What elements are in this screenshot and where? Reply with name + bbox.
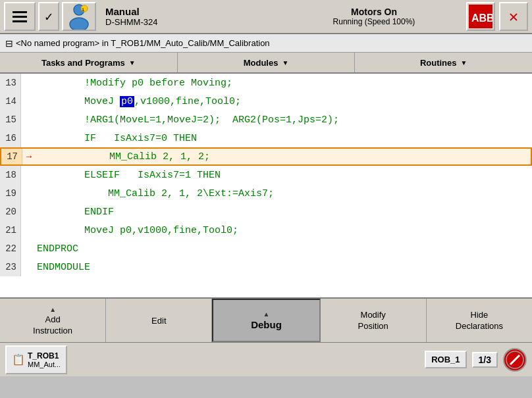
code-area: 13 !Modify p0 before Moving; 14 MoveJ p0… (0, 74, 532, 297)
svg-text:ABB: ABB (471, 12, 492, 24)
running-status: Running (Speed 100%) (333, 17, 415, 26)
code-content-23: ENDMODULE (34, 262, 90, 273)
code-line-18[interactable]: 18 ELSEIF IsAxis7=1 THEN (0, 166, 532, 184)
code-line-20[interactable]: 20 ENDIF (0, 203, 532, 221)
code-line-19[interactable]: 19 MM_Calib 2, 1, 2\Ext:=Axis7; (0, 184, 532, 203)
code-content-13: !Modify p0 before Moving; (34, 78, 232, 89)
code-content-19: MM_Calib 2, 1, 2\Ext:=Axis7; (34, 188, 274, 199)
debug-button[interactable]: ▲ Debug (212, 299, 320, 342)
line-number-17: 17 (1, 149, 22, 164)
task-sub: MM_Aut... (28, 361, 61, 368)
mode-label: Manual (105, 6, 140, 17)
fraction-badge: 1/3 (472, 352, 498, 368)
add-instruction-arrow: ▲ (49, 306, 56, 313)
code-content-22: ENDPROC (34, 243, 78, 255)
debug-arrow: ▲ (263, 311, 270, 318)
code-content-21: MoveJ p0,v1000,fine,Tool0; (34, 225, 238, 236)
code-content-15: !ARG1(MoveL=1,MoveJ=2); ARG2(Pos=1,Jps=2… (34, 114, 339, 126)
nav-tasks-programs[interactable]: Tasks and Programs ▼ (0, 53, 178, 72)
line-number-16: 16 (0, 129, 21, 147)
code-content-20: ENDIF (34, 207, 114, 218)
code-content-14: MoveJ p0,v1000,fine,Tool0; (34, 96, 241, 107)
svg-point-1 (70, 18, 88, 30)
code-line-13[interactable]: 13 !Modify p0 before Moving; (0, 74, 532, 92)
code-line-23[interactable]: 23 ENDMODULE (0, 258, 532, 276)
code-line-15[interactable]: 15 !ARG1(MoveL=1,MoveJ=2); ARG2(Pos=1,Jp… (0, 111, 532, 129)
menu-button[interactable] (4, 2, 36, 31)
code-line-16[interactable]: 16 IF IsAxis7=0 THEN (0, 129, 532, 147)
code-line-21[interactable]: 21 MoveJ p0,v1000,fine,Tool0; (0, 221, 532, 239)
add-instruction-label2: Instruction (33, 326, 72, 336)
status-right: ROB_1 1/3 (425, 348, 527, 372)
code-line-17[interactable]: 17 → MM_Calib 2, 1, 2; (0, 147, 532, 166)
hide-declarations-label2: Declarations (456, 321, 503, 331)
add-instruction-label1: Add (45, 314, 61, 324)
line-number-14: 14 (0, 92, 21, 111)
task-button[interactable]: 📋 T_ROB1 MM_Aut... (5, 345, 67, 374)
nav-tasks-arrow: ▼ (129, 59, 136, 66)
nav-routines[interactable]: Routines ▼ (355, 53, 532, 72)
edit-button[interactable]: Edit (106, 299, 212, 342)
title-bar: ✓ i Manual D-SHMM-324 Motors On Running … (0, 0, 532, 34)
modify-position-label1: Modify (361, 310, 386, 320)
nav-bar: Tasks and Programs ▼ Modules ▼ Routines … (0, 53, 532, 74)
task-name: T_ROB1 (28, 351, 61, 361)
motors-status: Motors On (351, 7, 397, 17)
code-content-18: ELSEIF IsAxis7=1 THEN (34, 170, 221, 181)
add-instruction-button[interactable]: ▲ Add Instruction (0, 299, 106, 342)
line-number-21: 21 (0, 221, 21, 239)
nav-modules-label: Modules (244, 58, 279, 68)
abb-logo: ABB (466, 2, 495, 31)
breadcrumb-icon: ⊟ (5, 38, 13, 49)
breadcrumb-text: <No named program> in T_ROB1/MM_Auto_Cal… (16, 38, 270, 48)
rob-label: ROB_1 (425, 351, 466, 368)
line-number-20: 20 (0, 203, 21, 221)
hide-declarations-label1: Hide (471, 310, 489, 320)
p0-highlight: p0 (120, 96, 134, 107)
nav-modules[interactable]: Modules ▼ (178, 53, 356, 72)
line-number-22: 22 (0, 239, 21, 258)
nav-tasks-label: Tasks and Programs (41, 58, 125, 68)
edit-label: Edit (151, 316, 166, 326)
svg-text:i: i (82, 7, 84, 12)
close-button[interactable]: ✕ (499, 2, 528, 31)
code-line-22[interactable]: 22 ENDPROC (0, 239, 532, 258)
fraction-value: 1/3 (479, 355, 491, 365)
breadcrumb: ⊟ <No named program> in T_ROB1/MM_Auto_C… (0, 34, 532, 53)
status-bar: 📋 T_ROB1 MM_Aut... ROB_1 1/3 (0, 342, 532, 376)
modify-position-button[interactable]: Modify Position (321, 299, 427, 342)
nav-modules-arrow: ▼ (282, 59, 288, 66)
line-number-13: 13 (0, 74, 21, 92)
hide-declarations-button[interactable]: Hide Declarations (427, 299, 532, 342)
debug-label: Debug (251, 319, 282, 330)
code-content-16: IF IsAxis7=0 THEN (34, 133, 197, 144)
line-number-23: 23 (0, 258, 21, 276)
line-number-18: 18 (0, 166, 21, 184)
line-number-15: 15 (0, 111, 21, 129)
modify-position-label2: Position (358, 321, 388, 331)
device-label: D-SHMM-324 (105, 17, 157, 27)
bottom-toolbar: ▲ Add Instruction Edit ▲ Debug Modify Po… (0, 297, 532, 342)
task-icon: 📋 (12, 353, 25, 366)
code-line-14[interactable]: 14 MoveJ p0,v1000,fine,Tool0; (0, 92, 532, 111)
status-circle (503, 348, 527, 372)
line-number-19: 19 (0, 184, 21, 203)
nav-routines-arrow: ▼ (461, 59, 467, 66)
code-content-17: MM_Calib 2, 1, 2; (36, 151, 210, 162)
nav-routines-label: Routines (420, 58, 457, 68)
person-icon-button[interactable]: i (62, 2, 96, 31)
check-button[interactable]: ✓ (38, 2, 59, 31)
